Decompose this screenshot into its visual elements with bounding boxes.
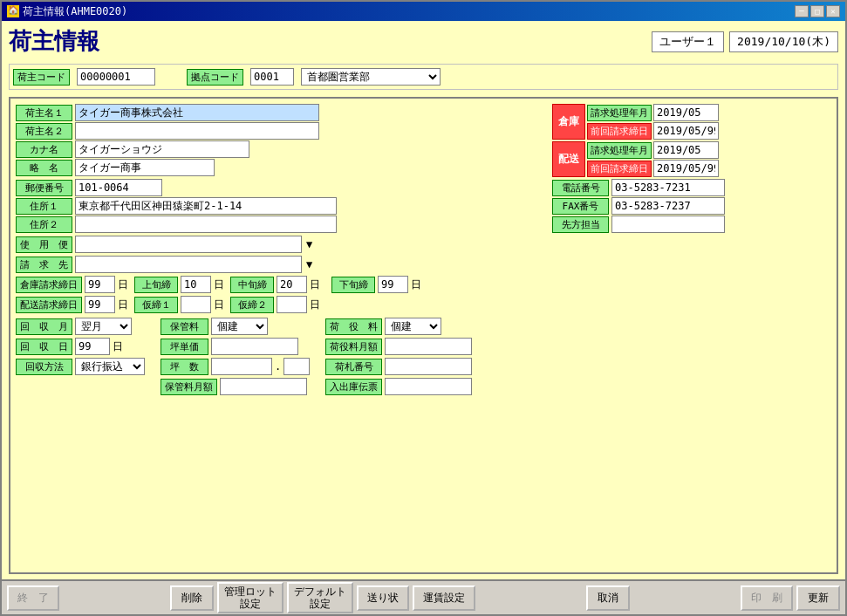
base-input[interactable] bbox=[250, 68, 294, 86]
delivery-billing-block: 配送 請求処理年月 前回請求締日 bbox=[552, 141, 831, 177]
name1-label: 荷主名１ bbox=[16, 105, 72, 121]
name2-row: 荷主名２ bbox=[16, 122, 545, 140]
addr2-input[interactable] bbox=[75, 216, 337, 233]
billing-dest-input[interactable] bbox=[75, 256, 302, 273]
prev-close2-label: 前回請求締日 bbox=[587, 161, 652, 177]
footer: 終 了 削除 管理ロット 設定 デフォルト 設定 送り状 運賃設定 取消 印 刷… bbox=[2, 579, 845, 614]
prev-close2-input[interactable] bbox=[653, 160, 719, 177]
storage-monthly-input[interactable] bbox=[220, 378, 307, 395]
warehouse-billing-details: 請求処理年月 前回請求締日 bbox=[587, 104, 719, 140]
code-label: 荷主コード bbox=[13, 69, 70, 86]
bottom-section: 回 収 月 翌月 回 収 日 日 回収方法 銀行振込 bbox=[16, 318, 831, 396]
postal-row: 郵便番号 bbox=[16, 179, 545, 196]
tel-row: 電話番号 bbox=[552, 179, 831, 196]
delivery-close-input[interactable] bbox=[85, 296, 115, 313]
cargo-monthly-input[interactable] bbox=[385, 338, 472, 355]
prev-close1-row: 前回請求締日 bbox=[587, 122, 719, 140]
postal-input[interactable] bbox=[75, 179, 162, 196]
default-button[interactable]: デフォルト 設定 bbox=[287, 582, 353, 614]
temp-close1-input[interactable] bbox=[181, 296, 211, 313]
cargo-fee-row: 荷 役 料 個建 bbox=[325, 318, 472, 335]
close-button[interactable]: ✕ bbox=[826, 5, 840, 17]
addr1-label: 住所１ bbox=[16, 198, 72, 215]
tel-input[interactable] bbox=[611, 179, 725, 196]
transport-button[interactable]: 運賃設定 bbox=[413, 585, 475, 611]
contact-row: 先方担当 bbox=[552, 216, 831, 233]
base-name-select[interactable]: 首都圏営業部 bbox=[301, 68, 441, 86]
name2-input[interactable] bbox=[75, 122, 319, 140]
collect-month-row: 回 収 月 翌月 bbox=[16, 318, 145, 335]
app-icon: 🏠 bbox=[7, 5, 19, 17]
tsubo-unit-label: 坪単価 bbox=[161, 339, 208, 355]
name1-row: 荷主名１ bbox=[16, 104, 545, 121]
storage-fee-select[interactable]: 個建 bbox=[211, 318, 268, 335]
bottom-right: 荷 役 料 個建 荷役料月額 荷札番号 入出庫伝票 bbox=[325, 318, 472, 396]
mgmt-lot-button[interactable]: 管理ロット 設定 bbox=[217, 582, 283, 614]
billing-dest-label: 請 求 先 bbox=[16, 257, 72, 273]
end-button[interactable]: 終 了 bbox=[7, 585, 59, 611]
inout-slip-input[interactable] bbox=[385, 378, 472, 395]
name1-input[interactable] bbox=[75, 104, 319, 121]
prev-close1-input[interactable] bbox=[653, 122, 719, 140]
kana-row: カナ名 bbox=[16, 140, 545, 158]
collect-month-select[interactable]: 翌月 bbox=[75, 318, 132, 335]
temp-close2-input[interactable] bbox=[277, 296, 307, 313]
mid-close-input[interactable] bbox=[277, 276, 307, 293]
upper-close-label: 上旬締 bbox=[134, 277, 178, 293]
window-controls: ─ □ ✕ bbox=[795, 5, 840, 17]
fax-row: FAX番号 bbox=[552, 197, 831, 215]
collect-method-select[interactable]: 銀行振込 bbox=[75, 358, 145, 375]
storage-fee-label: 保管料 bbox=[161, 318, 208, 335]
warehouse-close-input[interactable] bbox=[85, 276, 115, 293]
tsubo-count-input[interactable] bbox=[211, 358, 272, 375]
short-row: 略 名 bbox=[16, 159, 545, 176]
billing-year1-row: 請求処理年月 bbox=[587, 104, 719, 121]
billing-year2-label: 請求処理年月 bbox=[587, 142, 652, 159]
warehouse-label: 倉庫 bbox=[552, 104, 585, 140]
kana-input[interactable] bbox=[75, 140, 249, 158]
storage-fee-row: 保管料 個建 bbox=[161, 318, 310, 335]
delete-button[interactable]: 削除 bbox=[170, 585, 214, 611]
billing-year1-input[interactable] bbox=[653, 104, 719, 121]
use-delivery-input[interactable] bbox=[75, 236, 302, 253]
billing-year1-label: 請求処理年月 bbox=[587, 105, 652, 121]
addr1-input[interactable] bbox=[75, 197, 337, 215]
delivery-label: 配送 bbox=[552, 141, 585, 177]
cargo-slip-input[interactable] bbox=[385, 358, 472, 375]
update-button[interactable]: 更新 bbox=[796, 585, 840, 611]
short-label: 略 名 bbox=[16, 160, 72, 176]
addr1-row: 住所１ bbox=[16, 197, 545, 215]
cargo-monthly-label: 荷役料月額 bbox=[325, 339, 382, 355]
minimize-button[interactable]: ─ bbox=[795, 5, 809, 17]
prev-close2-row: 前回請求締日 bbox=[587, 160, 719, 177]
code-input[interactable] bbox=[77, 68, 155, 86]
tsubo-unit-input[interactable] bbox=[211, 338, 298, 355]
delivery-close-row: 配送請求締日 日 仮締１ 日 仮締２ 日 bbox=[16, 296, 831, 313]
temp-close1-label: 仮締１ bbox=[134, 297, 178, 313]
short-input[interactable] bbox=[75, 159, 215, 176]
tsubo-count-dec-input[interactable] bbox=[283, 358, 310, 375]
day-label5: 日 bbox=[118, 298, 128, 312]
user-label: ユーザー１ bbox=[652, 31, 724, 52]
billing-year2-input[interactable] bbox=[653, 141, 719, 159]
collect-month-label: 回 収 月 bbox=[16, 318, 72, 335]
delivery-close-label: 配送請求締日 bbox=[16, 297, 82, 313]
cargo-fee-label: 荷 役 料 bbox=[325, 318, 382, 335]
tsubo-count-row: 坪 数 . bbox=[161, 358, 310, 375]
upper-close-input[interactable] bbox=[181, 276, 211, 293]
lower-close-input[interactable] bbox=[378, 276, 408, 293]
cargo-monthly-row: 荷役料月額 bbox=[325, 338, 472, 355]
collect-day-input[interactable] bbox=[75, 338, 110, 355]
cargo-fee-select[interactable]: 個建 bbox=[385, 318, 441, 335]
restore-button[interactable]: □ bbox=[810, 5, 824, 17]
mgmt-lot-line2: 設定 bbox=[240, 598, 261, 610]
print-button[interactable]: 印 刷 bbox=[741, 585, 793, 611]
tsubo-count-label: 坪 数 bbox=[161, 359, 208, 375]
bottom-middle: 保管料 個建 坪単価 坪 数 . bbox=[161, 318, 310, 396]
cancel-button[interactable]: 取消 bbox=[586, 585, 630, 611]
contact-input[interactable] bbox=[611, 216, 725, 233]
fax-input[interactable] bbox=[611, 197, 725, 215]
header-right: ユーザー１ 2019/10/10(木) bbox=[652, 31, 838, 52]
warehouse-billing-block: 倉庫 請求処理年月 前回請求締日 bbox=[552, 104, 831, 140]
send-button[interactable]: 送り状 bbox=[357, 585, 409, 611]
